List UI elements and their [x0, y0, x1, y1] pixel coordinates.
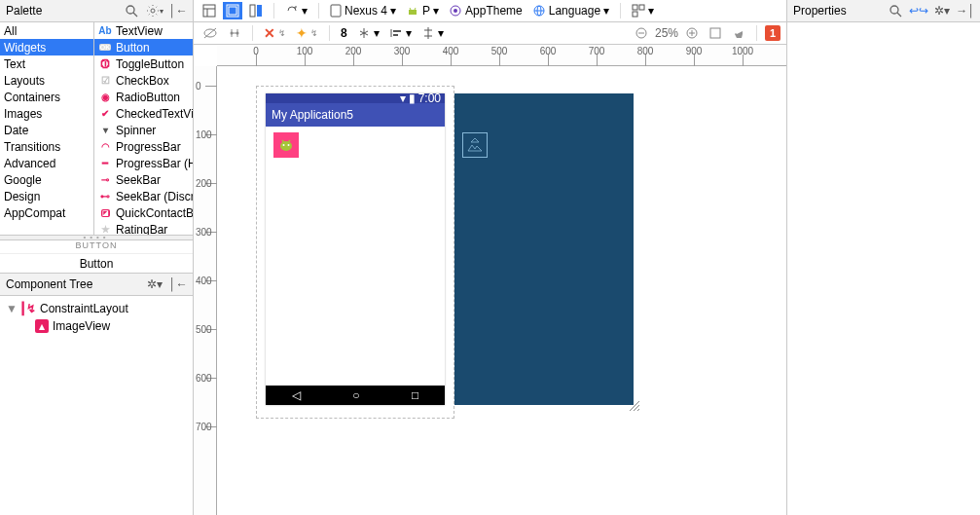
device-picker[interactable]: Nexus 4▾: [327, 2, 399, 19]
design-canvas[interactable]: 01002003004005006007008009001000 0100200…: [194, 45, 786, 515]
svg-line-48: [637, 409, 639, 411]
palette-category[interactable]: Transitions: [0, 138, 93, 155]
warnings-badge[interactable]: 1: [765, 25, 780, 41]
gear-icon[interactable]: ✲▾: [933, 2, 951, 19]
app-content[interactable]: [266, 127, 445, 386]
pan-icon[interactable]: [729, 24, 748, 42]
palette-item-label: ToggleButton: [116, 57, 184, 71]
recents-icon: □: [412, 388, 418, 402]
palette-item[interactable]: ⊷SeekBar (Discrete): [94, 188, 193, 204]
default-margin[interactable]: 8: [338, 24, 350, 42]
disclosure-icon[interactable]: ▼: [6, 302, 16, 315]
clear-constraints-icon[interactable]: ✕↯: [261, 24, 289, 42]
palette-item-icon: OK: [98, 41, 112, 55]
palette-item-label: SeekBar (Discrete): [116, 190, 193, 203]
palette-item-icon: ☑: [98, 74, 112, 88]
palette-item-label: TextView: [116, 24, 163, 38]
palette-item[interactable]: ⏼ToggleButton: [94, 55, 193, 72]
component-tree-title: Component Tree: [6, 277, 140, 291]
svg-point-2: [151, 9, 155, 13]
palette-item[interactable]: ⊸SeekBar: [94, 171, 193, 188]
design-surface[interactable]: ▾ ▮ 7:00 My Application5 ◁ ○ □: [217, 66, 786, 515]
battery-icon: ▮: [409, 92, 416, 105]
svg-point-0: [127, 6, 134, 14]
palette-item-label: CheckedTextView: [116, 107, 193, 121]
palette-item[interactable]: ✔CheckedTextView: [94, 105, 193, 122]
search-icon[interactable]: [123, 2, 140, 19]
ruler-vertical: 0100200300400500600700: [194, 66, 217, 515]
svg-point-41: [280, 141, 292, 151]
palette-item-label: Spinner: [116, 124, 156, 137]
palette-item-label: CheckBox: [116, 74, 169, 88]
imageview-widget[interactable]: [273, 132, 299, 158]
palette-item-icon: ⊷: [98, 190, 112, 203]
status-bar: ▾ ▮ 7:00: [266, 93, 445, 103]
svg-point-49: [890, 6, 898, 14]
palette-item[interactable]: ▾Spinner: [94, 122, 193, 138]
zoom-out-icon[interactable]: [632, 24, 651, 42]
palette-category[interactable]: Widgets: [0, 39, 93, 55]
palette-header: Palette ▾ │←: [0, 0, 193, 22]
palette-category[interactable]: All: [0, 22, 93, 39]
svg-rect-22: [639, 5, 644, 10]
zoom-in-icon[interactable]: [682, 24, 702, 42]
resize-handle[interactable]: [630, 401, 639, 411]
autoconnect-icon[interactable]: [225, 24, 244, 42]
imageview-blueprint[interactable]: [462, 132, 488, 158]
palette-item[interactable]: ━ProgressBar (H): [94, 155, 193, 171]
gear-icon[interactable]: ▾: [146, 2, 163, 19]
variants-icon[interactable]: ▾: [629, 2, 657, 19]
svg-rect-10: [331, 5, 341, 17]
zoom-fit-icon[interactable]: [706, 24, 725, 42]
selected-preview-label: BUTTON: [0, 240, 193, 254]
palette-category[interactable]: Containers: [0, 89, 93, 105]
locale-picker[interactable]: Language▾: [529, 2, 612, 19]
back-icon: ◁: [292, 388, 301, 402]
pack-icon[interactable]: ▾: [354, 24, 382, 42]
align-icon[interactable]: ▾: [386, 24, 415, 42]
orientation-icon[interactable]: ▾: [282, 2, 310, 19]
palette-item[interactable]: ◪QuickContactBadge: [94, 204, 193, 221]
palette-item[interactable]: AbTextView: [94, 22, 193, 39]
theme-picker[interactable]: AppTheme: [446, 2, 526, 19]
svg-rect-31: [393, 34, 398, 36]
app-bar: My Application5: [266, 103, 445, 127]
device-design-view[interactable]: ▾ ▮ 7:00 My Application5 ◁ ○ □: [266, 93, 445, 405]
infer-constraints-icon[interactable]: ✦↯: [293, 24, 321, 42]
api-picker[interactable]: P▾: [403, 2, 442, 19]
home-icon: ○: [352, 388, 359, 402]
palette-item[interactable]: ◠ProgressBar: [94, 138, 193, 155]
search-icon[interactable]: [887, 2, 904, 19]
collapse-icon[interactable]: │←: [169, 276, 187, 293]
collapse-icon[interactable]: →│: [957, 2, 974, 19]
palette-item[interactable]: OKButton: [94, 39, 193, 55]
svg-line-44: [282, 140, 284, 142]
svg-point-43: [288, 144, 290, 146]
device-blueprint-view[interactable]: [454, 93, 634, 405]
palette-category[interactable]: Layouts: [0, 72, 93, 89]
hide-icon[interactable]: [200, 24, 221, 42]
palette-category[interactable]: Google: [0, 171, 93, 188]
gear-icon[interactable]: ✲▾: [146, 276, 163, 293]
collapse-icon[interactable]: │←: [169, 2, 187, 19]
navigation-bar: ◁ ○ □: [266, 386, 445, 405]
guideline-icon[interactable]: ▾: [418, 24, 447, 42]
palette-category[interactable]: AppCompat: [0, 204, 93, 221]
surface-blueprint-icon[interactable]: [223, 2, 242, 19]
palette-item[interactable]: ☑CheckBox: [94, 72, 193, 89]
palette-category[interactable]: Images: [0, 105, 93, 122]
palette-item-icon: ⊸: [98, 173, 112, 187]
svg-point-42: [283, 144, 285, 146]
palette-item[interactable]: ◉RadioButton: [94, 89, 193, 105]
properties-header: Properties ↩↪ ✲▾ →│: [787, 0, 980, 22]
palette-category[interactable]: Design: [0, 188, 93, 204]
toggle-view-icon[interactable]: ↩↪: [910, 2, 927, 19]
tree-child[interactable]: ▴ ImageView: [2, 317, 191, 335]
palette-category[interactable]: Text: [0, 55, 93, 72]
surface-both-icon[interactable]: [246, 2, 266, 19]
palette-category[interactable]: Date: [0, 122, 93, 138]
tree-root[interactable]: ▼ ┃↯ ConstraintLayout: [2, 300, 191, 317]
surface-design-icon[interactable]: [200, 2, 219, 19]
palette-category[interactable]: Advanced: [0, 155, 93, 171]
svg-point-26: [231, 32, 234, 35]
